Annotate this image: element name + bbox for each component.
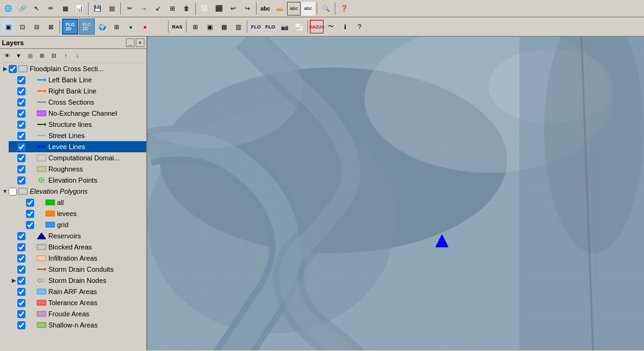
flo2d-main-button[interactable]: FLO2D (62, 19, 78, 35)
layers-close-button[interactable]: × (136, 38, 144, 47)
checkbox-tolerance[interactable] (17, 299, 25, 307)
label3-button[interactable]: abc (301, 2, 315, 15)
expand-storm-drain-nodes[interactable]: ▶ (10, 277, 17, 284)
checkbox-comp-domain[interactable] (17, 154, 25, 162)
select-visible-button[interactable]: ◎ (25, 50, 36, 61)
zoom-button[interactable]: 🔍 (319, 2, 333, 15)
layer-comp-domain[interactable]: Computational Domai... (9, 152, 146, 163)
pink-button[interactable]: ▲ (152, 20, 166, 33)
map-area[interactable] (148, 37, 644, 350)
globe-button[interactable]: 🌐 (1, 2, 15, 15)
expand-floodplain[interactable]: ▶ (1, 65, 9, 72)
select4-button[interactable]: ⊠ (44, 20, 58, 33)
checkbox-cross-sections[interactable] (17, 98, 25, 106)
layer-elev-polygons[interactable]: ▼ Elevation Polygons (0, 186, 146, 197)
checkbox-left-bank[interactable] (17, 76, 25, 84)
flo2d2-button[interactable]: FLO2D (79, 19, 95, 35)
checkbox-elev-grid[interactable] (26, 221, 34, 229)
layer-elev-all[interactable]: all (17, 197, 146, 208)
layers-minimize-button[interactable]: _ (126, 38, 135, 47)
cursor-button[interactable]: ↖ (30, 2, 43, 15)
layer-street-lines[interactable]: Street Lines (9, 130, 146, 141)
checkbox-elev-polygons[interactable] (9, 188, 17, 196)
paste-button[interactable]: ⬛ (212, 2, 226, 15)
layer-tolerance[interactable]: Tolerance Areas (9, 297, 146, 308)
expand-elev-polygons[interactable]: ▼ (1, 188, 9, 195)
checkbox-structure-lines[interactable] (17, 121, 25, 129)
checkbox-floodplain[interactable] (9, 65, 17, 73)
link-button[interactable]: 🔗 (15, 2, 29, 15)
info-button[interactable]: ℹ (338, 20, 352, 33)
flo-b-button[interactable]: FLO (263, 20, 277, 33)
layer-structure-lines[interactable]: Structure lines (9, 119, 146, 130)
layer-froude[interactable]: Froude Areas (9, 308, 146, 319)
pie-button[interactable]: 🥧 (273, 2, 286, 15)
layer-cross-sections[interactable]: Cross Sections (9, 97, 146, 108)
red-circle-button[interactable]: ● (138, 20, 152, 33)
select2-button[interactable]: ⊡ (15, 20, 29, 33)
grid-button[interactable]: ⊞ (110, 20, 123, 33)
select-button[interactable]: ⊞ (165, 2, 179, 15)
select3-button[interactable]: ⊟ (30, 20, 43, 33)
eye-button[interactable]: 👁 (1, 50, 12, 61)
layer-no-exchange[interactable]: No-Exchange Channel (9, 108, 146, 119)
layer-infiltration[interactable]: Infiltration Areas (9, 253, 146, 264)
layers-button[interactable]: ▤ (105, 2, 118, 15)
checkbox-no-exchange[interactable] (17, 110, 25, 118)
checkbox-reservoirs[interactable] (17, 232, 25, 240)
layer-rain-arf[interactable]: Rain ARF Areas (9, 286, 146, 297)
checkbox-storm-drain-conduits[interactable] (17, 266, 25, 274)
collapse-button[interactable]: ⊟ (48, 50, 60, 61)
checkbox-storm-drain-nodes[interactable] (17, 277, 25, 285)
layer-floodplain[interactable]: ▶ Floodplain Cross Secti... (0, 63, 146, 74)
redo-button[interactable]: ↪ (240, 2, 254, 15)
layer-levee-lines[interactable]: Levee Lines (9, 141, 146, 152)
table4-button[interactable]: ▥ (231, 20, 245, 33)
layer-right-bank[interactable]: Right Bank Line (9, 85, 146, 97)
checkbox-elev-levees[interactable] (26, 210, 34, 218)
wave-button[interactable]: 〜 (324, 20, 338, 33)
arrow-d-button[interactable]: ↙ (151, 2, 165, 15)
save-button[interactable]: 💾 (90, 2, 104, 15)
layer-elev-grid[interactable]: grid (17, 219, 146, 230)
select1-button[interactable]: ▣ (1, 20, 15, 33)
checkbox-right-bank[interactable] (17, 87, 25, 95)
checkbox-levee-lines[interactable] (17, 143, 25, 151)
checkbox-roughness[interactable] (17, 165, 25, 173)
checkbox-froude[interactable] (17, 310, 25, 318)
layer-left-bank[interactable]: Left Bank Line (9, 74, 146, 85)
ras-button[interactable]: RAS (170, 20, 184, 33)
table2-button[interactable]: ▣ (203, 20, 216, 33)
layer-reservoirs[interactable]: Reservoirs (9, 230, 146, 241)
layer-roughness[interactable]: Roughness (9, 163, 146, 175)
move-up-button[interactable]: ↑ (60, 50, 71, 61)
move-down-button[interactable]: ↓ (72, 50, 83, 61)
hazus-button[interactable]: HAZUS (310, 20, 324, 33)
layer-storm-drain-nodes[interactable]: ▶ Storm Drain Nodes (9, 275, 146, 286)
chart-b-button[interactable]: 📈 (292, 20, 306, 33)
scissors-button[interactable]: ✂ (123, 2, 136, 15)
memory-button[interactable]: ▦ (58, 2, 72, 15)
arrow-r-button[interactable]: → (137, 2, 151, 15)
layer-elev-levees[interactable]: levees (17, 208, 146, 219)
layer-blocked-areas[interactable]: Blocked Areas (9, 241, 146, 253)
layer-storm-drain-conduits[interactable]: Storm Drain Conduits (9, 264, 146, 275)
checkbox-elev-all[interactable] (26, 199, 34, 207)
checkbox-elevation-points[interactable] (17, 176, 25, 184)
table3-button[interactable]: ▦ (217, 20, 231, 33)
filter-button[interactable]: ▼ (13, 50, 24, 61)
undo-button[interactable]: ↩ (226, 2, 240, 15)
label2-button[interactable]: abc (287, 2, 301, 15)
checkbox-blocked-areas[interactable] (17, 243, 25, 251)
camera-button[interactable]: 📷 (278, 20, 291, 33)
checkbox-shallow-n[interactable] (17, 321, 25, 329)
help-button[interactable]: ❓ (337, 2, 351, 15)
layer-shallow-n[interactable]: Shallow-n Areas (9, 319, 146, 331)
expand-button[interactable]: ⊞ (37, 50, 48, 61)
green-circle-button[interactable]: ● (124, 20, 138, 33)
checkbox-rain-arf[interactable] (17, 288, 25, 296)
checkbox-street-lines[interactable] (17, 132, 25, 140)
earth-button[interactable]: 🌍 (95, 20, 109, 33)
label-button[interactable]: abc (258, 2, 272, 15)
question-button[interactable]: ? (353, 20, 366, 33)
